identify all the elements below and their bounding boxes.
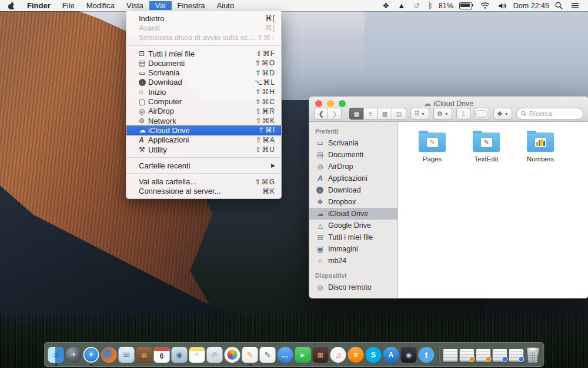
go-menu-item-computer[interactable]: ▢Computer⇧⌘C xyxy=(126,97,281,106)
go-menu-item-icloud-drive[interactable]: ☁iCloud Drive⇧⌘I xyxy=(126,125,281,135)
battery-body xyxy=(459,2,472,9)
go-menu-item-network[interactable]: ⊕Network⇧⌘K xyxy=(126,116,281,125)
bluetooth-icon[interactable]: ᛒ xyxy=(424,0,437,11)
menu-bar: FinderFileModificaVistaVaiFinestraAiuto … xyxy=(0,0,588,11)
sidebar-item-documenti[interactable]: ▤Documenti xyxy=(309,149,397,161)
sidebar-item-tutti-i-miei-file[interactable]: ⊟Tutti i miei file xyxy=(309,231,397,243)
go-menu-item-seleziona-disco-di-avvio-sulla-scrivania[interactable]: Seleziona disco di avvio sulla scrivania… xyxy=(126,33,281,42)
minimized-window-5[interactable] xyxy=(509,349,524,362)
sidebar-item-label: Applicazioni xyxy=(328,174,368,183)
volume-icon[interactable] xyxy=(494,0,512,11)
minimized-window-2[interactable] xyxy=(460,349,475,362)
dock-itunes-icon[interactable]: ♫ xyxy=(330,347,346,363)
menu-aiuto[interactable]: Aiuto xyxy=(211,1,240,10)
dock-system-preferences-icon[interactable]: ⚙ xyxy=(207,347,223,363)
menu-modifica[interactable]: Modifica xyxy=(81,1,121,10)
trash-icon[interactable] xyxy=(526,346,540,363)
menu-vista[interactable]: Vista xyxy=(121,1,149,10)
dock-finder-icon[interactable]: ☺ xyxy=(48,347,64,363)
go-menu-item-avanti[interactable]: Avanti⌘] xyxy=(126,23,281,32)
dock-messages-icon[interactable]: … xyxy=(278,347,293,363)
view-columns-button[interactable]: ▥ xyxy=(377,108,392,120)
menu-finestra[interactable]: Finestra xyxy=(172,1,211,10)
tag-button[interactable] xyxy=(475,108,489,120)
time-machine-icon[interactable]: ↺ xyxy=(409,0,424,11)
file-item-pages[interactable]: ✎Pages xyxy=(406,132,458,163)
minimized-window-3[interactable] xyxy=(476,349,491,362)
sidebar-item-download[interactable]: ↓Download xyxy=(309,184,397,196)
menu-vai[interactable]: Vai xyxy=(149,1,172,10)
dock-app-store-icon[interactable]: A xyxy=(383,347,399,363)
go-menu-item-inizio[interactable]: ⌂Inizio⇧⌘H xyxy=(126,87,281,97)
sidebar-item-applicazioni[interactable]: AApplicazioni xyxy=(309,173,397,184)
go-menu-item-cartelle-recenti[interactable]: Cartelle recenti▶ xyxy=(126,161,281,170)
dock-preview-icon[interactable]: ◉ xyxy=(172,347,188,363)
sidebar-item-mb24[interactable]: ⌂mb24 xyxy=(309,255,397,267)
wifi-icon[interactable] xyxy=(476,0,494,11)
google-drive-icon[interactable]: ▲ xyxy=(393,0,409,11)
dropbox-toolbar-button[interactable]: ❖▼ xyxy=(493,108,512,120)
go-menu-item-scrivania[interactable]: ▭Scrivania⇧⌘D xyxy=(126,68,281,77)
dock-calendar-icon[interactable]: 6 xyxy=(154,347,170,363)
go-menu-item-vai-alla-cartella[interactable]: Vai alla cartella...⇧⌘G xyxy=(126,177,281,186)
finder-window: ☁iCloud Drive ❮ ❯ ▦ ≡ ▥ ◫ ⠿▼ ⚙▼ ↥ ❖▼ xyxy=(309,96,588,299)
sidebar-item-dropbox[interactable]: ❖Dropbox xyxy=(309,196,397,208)
dock-pages-icon[interactable]: ✎ xyxy=(242,347,258,363)
apple-menu[interactable] xyxy=(0,0,21,11)
menu-bar-status: ❖▲↺ᛒ81%Dom 22:45 xyxy=(379,0,588,11)
sidebar-item-google-drive[interactable]: △Google Drive xyxy=(309,220,397,231)
dock-steam-icon[interactable]: ◉ xyxy=(401,347,417,363)
file-item-textedit[interactable]: ✎TextEdit xyxy=(460,132,512,163)
menu-file[interactable]: File xyxy=(56,1,81,10)
sidebar-item-icloud-drive[interactable]: ☁iCloud Drive xyxy=(309,208,397,220)
dock-skype-icon[interactable]: S xyxy=(366,347,382,363)
dock-facetime-icon[interactable]: ▶ xyxy=(295,347,311,363)
toolbar: ❮ ❯ ▦ ≡ ▥ ◫ ⠿▼ ⚙▼ ↥ ❖▼ xyxy=(309,108,588,120)
window-title: ☁iCloud Drive xyxy=(309,99,588,108)
view-coverflow-button[interactable]: ◫ xyxy=(392,108,406,120)
sidebar-item-disco-remoto[interactable]: ◎Disco remoto xyxy=(309,281,397,293)
arrange-button[interactable]: ⠿▼ xyxy=(410,108,429,120)
sidebar-item-immagini[interactable]: ▣Immagini xyxy=(309,243,397,255)
go-menu-item-documenti[interactable]: ▤Documenti⇧⌘O xyxy=(126,58,281,68)
dock-notes-icon[interactable]: ≡ xyxy=(189,347,205,363)
sidebar-section-title: Preferiti xyxy=(309,128,397,137)
nav-buttons: ❮ ❯ xyxy=(314,108,342,120)
view-grid-button[interactable]: ▦ xyxy=(349,108,363,120)
go-menu-item-tutti-i-miei-file[interactable]: ⊟Tutti i miei file⇧⌘F xyxy=(126,49,281,58)
dock-launchpad-icon[interactable]: ✈ xyxy=(66,347,82,363)
go-menu-item-connessione-al-server[interactable]: Connessione al server...⌘K xyxy=(126,187,281,196)
menu-finder[interactable]: Finder xyxy=(21,1,56,10)
minimized-window-1[interactable] xyxy=(443,349,458,362)
go-menu-item-airdrop[interactable]: ◎AirDrop⇧⌘R xyxy=(126,107,281,116)
dock-firefox-icon[interactable] xyxy=(101,347,117,363)
dock-contacts-icon[interactable]: ▤ xyxy=(136,347,152,363)
forward-button[interactable]: ❯ xyxy=(328,108,342,120)
dock-textedit-icon[interactable]: ✎ xyxy=(260,347,276,363)
go-menu-item-applicazioni[interactable]: AApplicazioni⇧⌘A xyxy=(126,135,281,145)
notification-center-icon[interactable] xyxy=(567,0,583,11)
go-menu-item-utility[interactable]: ⚒Utility⇧⌘U xyxy=(126,145,281,154)
dock-photo-booth-icon[interactable]: ▦ xyxy=(313,347,329,363)
minimized-window-4[interactable] xyxy=(493,349,507,362)
dock-mail-icon[interactable]: ✉ xyxy=(119,347,135,363)
spotlight-icon[interactable] xyxy=(551,0,567,11)
dock-twitter-icon[interactable]: t xyxy=(419,347,435,363)
share-button[interactable]: ↥ xyxy=(456,108,470,120)
battery-icon[interactable] xyxy=(455,0,476,11)
view-list-button[interactable]: ≡ xyxy=(363,108,377,120)
sidebar-item-airdrop[interactable]: ◎AirDrop xyxy=(309,161,397,173)
dropbox-icon[interactable]: ❖ xyxy=(379,0,394,11)
action-gear-button[interactable]: ⚙▼ xyxy=(433,108,452,120)
file-item-numbers[interactable]: Numbers xyxy=(514,132,566,163)
dock-ibooks-icon[interactable]: ≣ xyxy=(348,347,364,363)
sidebar-item-scrivania[interactable]: ▭Scrivania xyxy=(309,137,397,149)
desktop-icon: ▭ xyxy=(139,68,148,78)
search-field[interactable]: Ricerca xyxy=(516,108,583,120)
go-menu-item-download[interactable]: ↓Download⌥⌘L xyxy=(126,78,281,87)
all-my-files-icon: ⊟ xyxy=(139,49,148,58)
go-menu-item-indietro[interactable]: Indietro⌘[ xyxy=(126,14,281,23)
dock-photos-icon[interactable] xyxy=(225,347,240,363)
back-button[interactable]: ❮ xyxy=(314,108,328,120)
dock-safari-icon[interactable]: ✦ xyxy=(83,347,99,363)
